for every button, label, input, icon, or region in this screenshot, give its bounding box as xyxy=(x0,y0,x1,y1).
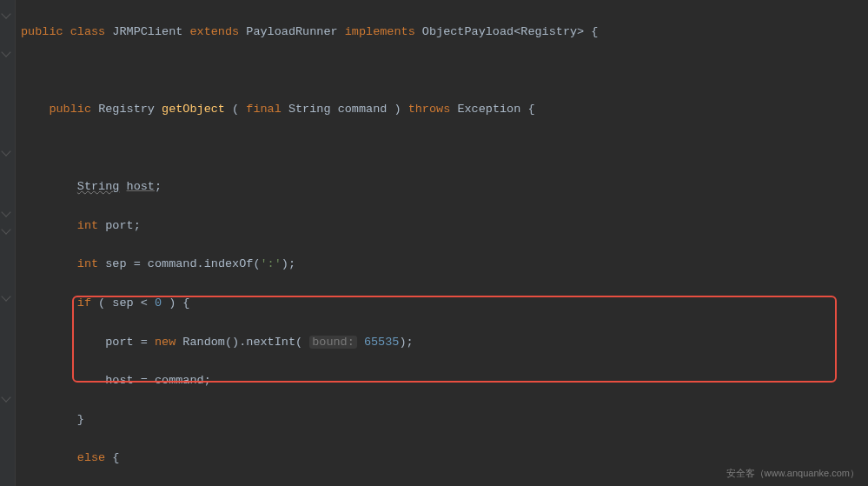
code-line[interactable]: public Registry getObject ( final String… xyxy=(21,100,868,119)
param-hint: bound: xyxy=(309,336,357,349)
fold-minus-icon[interactable] xyxy=(1,224,10,234)
fold-minus-icon[interactable] xyxy=(1,146,10,156)
code-editor[interactable]: public class JRMPClient extends PayloadR… xyxy=(0,0,868,486)
code-line[interactable]: String host; xyxy=(21,177,868,196)
code-line[interactable]: if ( sep < 0 ) { xyxy=(21,294,868,313)
gutter[interactable] xyxy=(0,0,16,486)
watermark: 安全客（www.anquanke.com） xyxy=(726,465,859,481)
fold-minus-icon[interactable] xyxy=(1,291,10,301)
code-line[interactable]: port = new Random().nextInt( bound: 6553… xyxy=(21,333,868,352)
code-line[interactable]: int port; xyxy=(21,216,868,236)
code-area[interactable]: public class JRMPClient extends PayloadR… xyxy=(16,0,868,486)
code-line[interactable] xyxy=(21,139,868,158)
fold-minus-icon[interactable] xyxy=(1,9,10,18)
code-line[interactable]: } xyxy=(21,410,868,429)
fold-minus-icon[interactable] xyxy=(1,207,10,216)
code-line[interactable]: public class JRMPClient extends PayloadR… xyxy=(21,23,868,42)
code-line[interactable]: int sep = command.indexOf(':'); xyxy=(21,255,868,274)
fold-minus-icon[interactable] xyxy=(1,47,10,57)
code-line[interactable]: host = command; xyxy=(21,371,868,390)
fold-minus-icon[interactable] xyxy=(1,392,10,402)
code-line[interactable] xyxy=(21,62,868,81)
